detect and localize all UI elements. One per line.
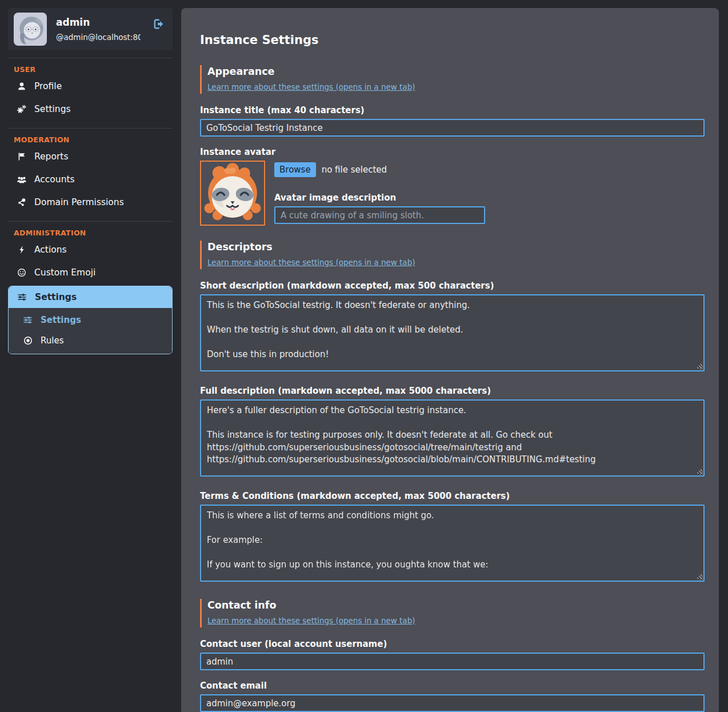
sidebar-item-label: Custom Emoji xyxy=(34,267,95,278)
contact-email-label: Contact email xyxy=(200,681,705,691)
instance-title-field: Instance title (max 40 characters) xyxy=(200,105,705,137)
appearance-section-head: Appearance Learn more about these settin… xyxy=(200,65,705,94)
short-description-textarea[interactable]: This is the GoToSocial testrig. It doesn… xyxy=(200,294,705,371)
subnav-item-settings[interactable]: Settings xyxy=(9,310,172,330)
appearance-section: Appearance Learn more about these settin… xyxy=(200,65,705,226)
avatar-description-input[interactable] xyxy=(274,206,485,224)
avatar-file-column: Browse no file selected Avatar image des… xyxy=(274,161,485,226)
learn-more-link[interactable]: Learn more about these settings (opens i… xyxy=(207,82,415,91)
settings-nav-group: Settings Settings xyxy=(8,286,173,354)
full-description-label: Full description (markdown accepted, max… xyxy=(200,386,705,396)
descriptors-section-head: Descriptors Learn more about these setti… xyxy=(200,241,705,269)
instance-settings-panel: Instance Settings Appearance Learn more … xyxy=(181,8,719,712)
sidebar-item-custom-emoji[interactable]: Custom Emoji xyxy=(8,261,173,284)
sidebar-heading-administration: ADMINISTRATION xyxy=(8,225,173,238)
instance-avatar-image xyxy=(200,161,265,226)
user-card[interactable]: admin @admin@localhost:80... xyxy=(8,8,173,50)
instance-avatar-label: Instance avatar xyxy=(200,147,705,157)
contact-section-head: Contact info Learn more about these sett… xyxy=(200,599,705,627)
sloth-avatar-icon xyxy=(201,162,264,225)
contact-user-input[interactable] xyxy=(200,653,705,670)
sidebar-divider xyxy=(8,221,173,222)
sidebar-item-profile[interactable]: Profile xyxy=(8,75,173,98)
instance-avatar-block: Browse no file selected Avatar image des… xyxy=(200,161,705,226)
user-handle: @admin@localhost:80... xyxy=(56,33,141,42)
learn-more-link[interactable]: Learn more about these settings (opens i… xyxy=(207,616,415,625)
terms-textarea[interactable]: This is where a list of terms and condit… xyxy=(200,505,705,582)
sidebar-item-label: Accounts xyxy=(34,174,75,185)
avatar-file-row: Browse no file selected xyxy=(274,162,485,177)
short-description-wrap: This is the GoToSocial testrig. It doesn… xyxy=(200,294,705,371)
avatar-description-label: Avatar image description xyxy=(274,193,485,203)
terms-wrap: This is where a list of terms and condit… xyxy=(200,505,705,582)
sliders-icon xyxy=(17,293,27,302)
sidebar-item-reports[interactable]: Reports xyxy=(8,145,173,168)
sidebar-item-label: Settings xyxy=(34,104,71,114)
contact-heading: Contact info xyxy=(207,599,705,611)
sidebar-heading-moderation: MODERATION xyxy=(8,132,173,145)
sidebar-item-label: Profile xyxy=(34,81,62,91)
browse-button[interactable]: Browse xyxy=(274,162,316,177)
sidebar-item-settings[interactable]: Settings xyxy=(9,286,172,308)
contact-user-field: Contact user (local account username) xyxy=(200,639,705,670)
user-info: admin @admin@localhost:80... xyxy=(56,17,141,41)
flag-icon xyxy=(16,152,27,161)
full-description-textarea[interactable]: Here's a fuller description of the GoToS… xyxy=(200,399,705,477)
sign-out-icon xyxy=(152,18,165,30)
user-display-name: admin xyxy=(56,17,141,28)
descriptors-heading: Descriptors xyxy=(207,241,705,253)
contact-email-input[interactable] xyxy=(200,694,705,712)
page-title: Instance Settings xyxy=(200,33,705,47)
contact-section: Contact info Learn more about these sett… xyxy=(200,599,705,712)
smiley-icon xyxy=(16,268,27,277)
sidebar-item-label: Reports xyxy=(34,151,68,162)
sidebar-item-label: Domain Permissions xyxy=(34,197,124,207)
sidebar-item-user-settings[interactable]: Settings xyxy=(8,98,173,121)
appearance-heading: Appearance xyxy=(207,66,705,77)
subnav-item-label: Settings xyxy=(41,315,81,325)
sidebar-item-accounts[interactable]: Accounts xyxy=(8,168,173,191)
sidebar: admin @admin@localhost:80... USER Profil… xyxy=(8,8,173,354)
sidebar-heading-user: USER xyxy=(8,62,173,75)
short-description-label: Short description (markdown accepted, ma… xyxy=(200,281,705,291)
bolt-icon xyxy=(16,245,27,254)
sloth-logo-icon xyxy=(14,13,47,46)
user-icon xyxy=(16,82,27,91)
subnav-item-label: Rules xyxy=(41,335,63,346)
sidebar-divider xyxy=(8,128,173,129)
contact-user-label: Contact user (local account username) xyxy=(200,639,705,649)
contact-email-field: Contact email xyxy=(200,681,705,712)
app-root: admin @admin@localhost:80... USER Profil… xyxy=(0,0,728,712)
sidebar-item-label: Actions xyxy=(34,245,67,255)
user-avatar xyxy=(14,13,47,46)
dot-circle-icon xyxy=(22,336,33,345)
learn-more-link[interactable]: Learn more about these settings (opens i… xyxy=(207,258,415,267)
descriptors-section: Descriptors Learn more about these setti… xyxy=(200,241,705,582)
users-icon xyxy=(16,175,27,184)
logout-button[interactable] xyxy=(150,18,167,31)
subnav-item-rules[interactable]: Rules xyxy=(9,330,172,351)
gears-icon xyxy=(16,105,27,114)
sliders-icon xyxy=(22,315,33,325)
instance-title-input[interactable] xyxy=(200,119,705,137)
sidebar-divider xyxy=(8,58,173,58)
sidebar-item-domain-permissions[interactable]: Domain Permissions xyxy=(8,191,173,214)
share-nodes-icon xyxy=(16,198,27,207)
sidebar-item-actions[interactable]: Actions xyxy=(8,238,173,261)
full-description-wrap: Here's a fuller description of the GoToS… xyxy=(200,399,705,477)
settings-subnav: Settings Rules xyxy=(9,308,172,354)
sidebar-item-label: Settings xyxy=(35,292,77,302)
file-status-text: no file selected xyxy=(322,165,387,175)
terms-label: Terms & Conditions (markdown accepted, m… xyxy=(200,491,705,501)
instance-title-label: Instance title (max 40 characters) xyxy=(200,105,705,115)
